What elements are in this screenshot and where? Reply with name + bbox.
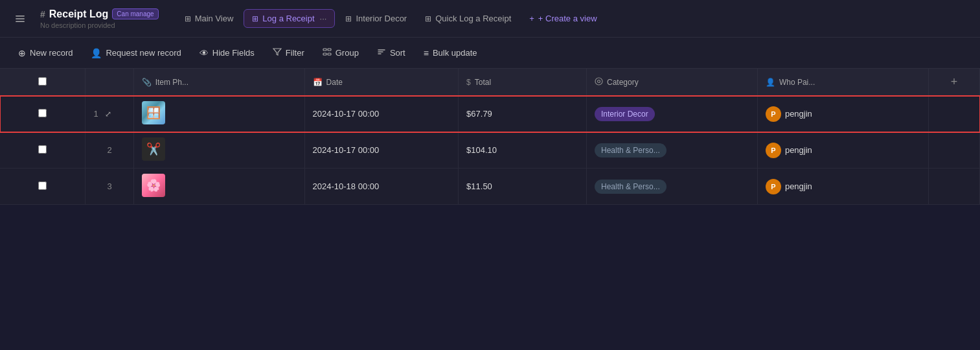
group-button[interactable]: Group — [315, 43, 367, 62]
group-label: Group — [336, 48, 359, 58]
plus-icon: + — [529, 14, 534, 23]
row-2-user-badge: P pengjin — [766, 143, 920, 158]
row-2-extra-cell: ➜ — [928, 132, 979, 169]
row-1-category-badge: Interior Decor — [595, 107, 655, 121]
row-3-number: 3 — [107, 181, 111, 191]
header-who-paid[interactable]: 👤 Who Pai... — [757, 69, 928, 96]
row-2-checkbox[interactable] — [38, 145, 47, 154]
svg-rect-2 — [16, 21, 25, 22]
filter-icon — [273, 47, 282, 58]
row-1-expand-button[interactable]: ⤢ — [102, 108, 114, 120]
header-add-column[interactable]: + — [928, 69, 979, 96]
eye-icon: 👁 — [199, 48, 209, 58]
row-3-total: $11.50 — [466, 181, 492, 191]
sort-icon — [377, 47, 386, 58]
row-1-date-cell: 2024-10-17 00:00 — [304, 96, 459, 132]
hide-fields-button[interactable]: 👁 Hide Fields — [192, 44, 262, 62]
tab-quick-log[interactable]: ⊞ Quick Log a Receipt — [417, 10, 519, 27]
app-title-text: Receipt Log — [49, 8, 109, 20]
person-icon: 👤 — [91, 48, 102, 58]
svg-point-7 — [595, 78, 602, 85]
table-icon-2: ⊞ — [252, 14, 258, 23]
svg-rect-1 — [16, 18, 25, 19]
table-wrapper: 📎 Item Ph... 📅 Date $ Total — [0, 69, 980, 205]
row-1-date: 2024-10-17 00:00 — [313, 109, 380, 119]
new-record-label: New record — [30, 48, 73, 58]
filter-button[interactable]: Filter — [265, 43, 312, 62]
row-1-num-cell: 1 ⤢ — [85, 96, 133, 132]
app-title-area: # Receipt Log Can manage No description … — [40, 8, 159, 29]
row-2-category-cell: Health & Perso... — [587, 132, 758, 169]
sort-label: Sort — [390, 48, 405, 58]
row-2-total: $104.10 — [466, 145, 497, 155]
create-view-button[interactable]: + + Create a view — [521, 10, 604, 27]
tab-main-view[interactable]: ⊞ Main View — [177, 10, 242, 27]
svg-rect-5 — [323, 53, 326, 55]
col-date-label: Date — [326, 78, 343, 87]
hashtag-icon: # — [40, 9, 45, 19]
bulk-update-button[interactable]: ≡ Bulk update — [416, 44, 485, 62]
request-new-record-button[interactable]: 👤 Request new record — [83, 44, 188, 62]
row-2-num-cell: 2 — [85, 132, 133, 169]
col-item-photo-label: Item Ph... — [155, 78, 188, 87]
circle-plus-icon: ⊕ — [18, 48, 26, 58]
sidebar-toggle[interactable] — [10, 9, 30, 29]
new-record-button[interactable]: ⊕ New record — [10, 44, 80, 62]
row-1-number: 1 — [93, 109, 98, 119]
header-category[interactable]: Category — [587, 69, 758, 96]
row-1-checkbox[interactable] — [38, 109, 47, 117]
row-2-checkbox-cell — [0, 132, 85, 169]
row-2-photo-cell — [133, 132, 304, 169]
row-2-number: 2 — [107, 145, 111, 155]
header-item-photo[interactable]: 📎 Item Ph... — [133, 69, 304, 96]
table-header-row: 📎 Item Ph... 📅 Date $ Total — [0, 69, 980, 96]
row-1-total-cell: $67.79 — [459, 96, 587, 132]
row-3-user-avatar: P — [766, 179, 781, 194]
table-icon: ⊞ — [185, 14, 191, 23]
table-icon-3: ⊞ — [345, 14, 352, 23]
col-category-label: Category — [607, 78, 639, 87]
request-new-record-label: Request new record — [106, 48, 181, 58]
sort-button[interactable]: Sort — [369, 43, 413, 62]
row-2-date-cell: 2024-10-17 00:00 — [304, 132, 459, 169]
table-row: 1 ⤢ 2024-10-17 00:00 $67.79 Interior — [0, 96, 980, 132]
svg-rect-0 — [16, 16, 25, 17]
can-manage-badge: Can manage — [112, 8, 158, 19]
col-total-label: Total — [475, 78, 491, 87]
dollar-icon: $ — [466, 78, 471, 87]
tab-quick-log-label: Quick Log a Receipt — [435, 14, 511, 23]
list-icon: ≡ — [424, 48, 429, 58]
tab-interior-decor[interactable]: ⊞ Interior Decor — [337, 10, 415, 27]
calendar-icon: 📅 — [313, 78, 323, 87]
row-1-category-cell: Interior Decor — [587, 96, 758, 132]
row-3-user-badge: P pengjin — [766, 179, 920, 194]
filter-label: Filter — [286, 48, 304, 58]
app-description: No description provided — [40, 21, 159, 29]
data-table: 📎 Item Ph... 📅 Date $ Total — [0, 69, 980, 205]
view-tabs: ⊞ Main View ⊞ Log a Receipt ··· ⊞ Interi… — [177, 9, 970, 28]
table-container: 📎 Item Ph... 📅 Date $ Total — [0, 69, 980, 205]
row-3-date: 2024-10-18 00:00 — [313, 181, 380, 191]
row-2-total-cell: $104.10 — [459, 132, 587, 169]
row-3-checkbox[interactable] — [38, 181, 47, 190]
row-2-category-badge: Health & Perso... — [595, 143, 667, 158]
row-3-num-cell: 3 — [85, 169, 133, 205]
tab-log-receipt[interactable]: ⊞ Log a Receipt ··· — [244, 9, 335, 28]
row-1-extra-cell — [928, 96, 979, 132]
row-3-thumbnail — [142, 174, 165, 197]
header-total[interactable]: $ Total — [459, 69, 587, 96]
svg-rect-6 — [328, 53, 331, 55]
header-date[interactable]: 📅 Date — [304, 69, 459, 96]
row-1-checkbox-cell — [0, 96, 85, 132]
table-icon-4: ⊞ — [425, 14, 431, 23]
row-1-photo-cell — [133, 96, 304, 132]
row-3-photo-cell — [133, 169, 304, 205]
row-3-who-cell: P pengjin — [757, 169, 928, 205]
row-3-extra-cell — [928, 169, 979, 205]
tab-log-receipt-label: Log a Receipt — [262, 14, 314, 23]
select-all-checkbox[interactable] — [38, 77, 47, 86]
tab-more-dots[interactable]: ··· — [320, 14, 327, 23]
row-1-user-avatar: P — [766, 106, 781, 122]
row-1-total: $67.79 — [466, 109, 492, 119]
row-1-user-badge: P pengjin — [766, 106, 920, 122]
